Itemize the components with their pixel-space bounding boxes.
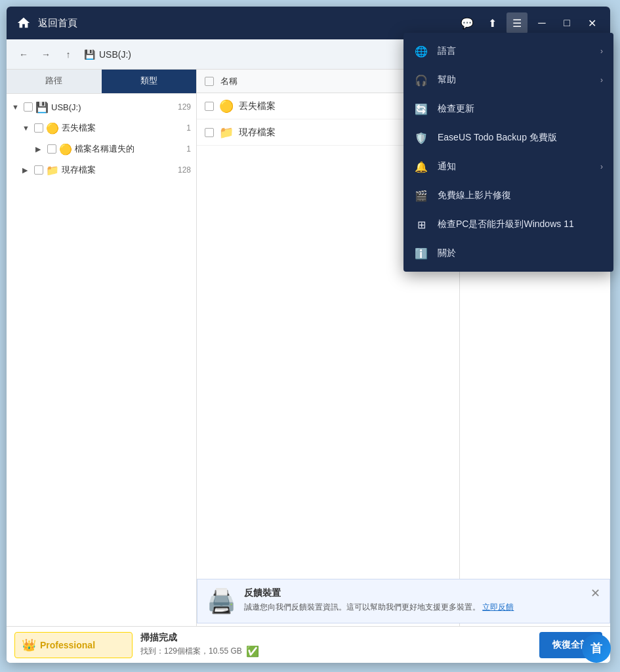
chevron-right-icon: › — [600, 47, 603, 56]
drive-icon: 💾 — [84, 49, 95, 60]
menu-item-language[interactable]: 🌐 語言 › — [403, 37, 613, 66]
maximize-icon: □ — [564, 17, 570, 29]
title-bar-controls: 💬 ⬆ ☰ ─ □ ✕ — [457, 12, 602, 33]
chevron-right-icon: › — [600, 162, 603, 171]
toggle-icon: ▼ — [22, 124, 31, 132]
repair-icon: 🎬 — [414, 188, 428, 203]
tree-count-existing: 128 — [178, 165, 191, 175]
scan-sub-text: 找到：129個檔案，10.55 GB — [140, 646, 242, 657]
file-icon-lost: 🟡 — [219, 99, 234, 114]
feedback-device-icon: 🖨️ — [207, 587, 236, 615]
chat-button[interactable]: 💬 — [457, 12, 478, 33]
home-icon — [14, 14, 33, 32]
menu-label-notify: 通知 — [438, 161, 591, 173]
checkbox-existing[interactable] — [34, 165, 43, 175]
pro-badge: 👑 Professional — [14, 632, 133, 658]
row-checkbox-existing[interactable] — [205, 128, 214, 137]
menu-icon: ☰ — [512, 17, 522, 30]
file-name-lost: 丟失檔案 — [239, 100, 276, 112]
tab-path[interactable]: 路徑 — [7, 70, 102, 93]
tree-item-noname[interactable]: ▶ 🟡 檔案名稱遺失的 1 — [7, 138, 196, 159]
scan-sub: 找到：129個檔案，10.55 GB ✅ — [140, 645, 531, 658]
menu-item-win11[interactable]: ⊞ 檢查PC是否能升級到Windows 11 — [403, 210, 613, 239]
notify-icon: 🔔 — [414, 159, 428, 174]
avatar-label: 首 — [590, 640, 602, 656]
close-button[interactable]: ✕ — [581, 12, 602, 33]
feedback-desc: 誠邀您向我們反饋裝置資訊。這可以幫助我們更好地支援更多裝置。 立即反饋 — [244, 602, 583, 613]
bottom-bar: 👑 Professional 掃描完成 找到：129個檔案，10.55 GB ✅… — [7, 626, 610, 663]
minimize-button[interactable]: ─ — [531, 12, 552, 33]
toggle-icon: ▶ — [35, 145, 45, 154]
tree-label-usb: USB(J:) — [51, 102, 175, 112]
crown-icon: 👑 — [22, 638, 36, 652]
noname-icon: 🟡 — [59, 143, 72, 156]
home-button[interactable]: 返回首頁 — [14, 14, 77, 32]
left-panel-tabs: 路徑 類型 — [7, 70, 196, 94]
header-checkbox[interactable] — [205, 77, 214, 86]
dropdown-menu: 🌐 語言 › 🎧 幫助 › 🔄 檢查更新 🛡️ EaseUS Todo Back… — [403, 33, 613, 272]
close-icon: ✕ — [588, 17, 596, 30]
up-icon: ↑ — [66, 49, 71, 60]
maximize-button[interactable]: □ — [556, 12, 577, 33]
lost-folder-icon: 🟡 — [46, 122, 59, 135]
menu-item-repair[interactable]: 🎬 免費線上影片修復 — [403, 181, 613, 210]
tree-count-noname: 1 — [186, 144, 191, 154]
file-name-existing: 現存檔案 — [239, 127, 276, 138]
feedback-close-button[interactable]: ✕ — [590, 587, 600, 599]
checkbox-lost[interactable] — [34, 123, 43, 133]
language-icon: 🌐 — [414, 44, 428, 58]
usb-icon: 💾 — [35, 101, 49, 114]
upload-button[interactable]: ⬆ — [482, 12, 503, 33]
checkbox-usb[interactable] — [24, 102, 33, 112]
menu-label-repair: 免費線上影片修復 — [438, 190, 603, 201]
check-icon: ✅ — [246, 645, 259, 658]
pro-label: Professional — [40, 640, 95, 650]
tree-label-noname: 檔案名稱遺失的 — [75, 143, 184, 155]
checkbox-noname[interactable] — [47, 144, 56, 154]
menu-item-update[interactable]: 🔄 檢查更新 — [403, 94, 613, 123]
tree-item-usb[interactable]: ▼ 💾 USB(J:) 129 — [7, 96, 196, 117]
menu-item-backup[interactable]: 🛡️ EaseUS Todo Backup 免費版 — [403, 123, 613, 152]
chevron-right-icon: › — [600, 75, 603, 85]
about-icon: ℹ️ — [414, 246, 428, 261]
avatar[interactable]: 首 — [582, 634, 611, 663]
feedback-panel: 🖨️ 反饋裝置 誠邀您向我們反饋裝置資訊。這可以幫助我們更好地支援更多裝置。 立… — [197, 579, 610, 623]
back-icon: ← — [19, 49, 28, 60]
minimize-icon: ─ — [538, 17, 545, 29]
feedback-title: 反饋裝置 — [244, 587, 583, 599]
tree-label-existing: 現存檔案 — [62, 164, 175, 176]
menu-label-update: 檢查更新 — [438, 103, 603, 115]
menu-label-backup: EaseUS Todo Backup 免費版 — [438, 132, 603, 144]
tree-item-lost[interactable]: ▼ 🟡 丟失檔案 1 — [7, 117, 196, 138]
menu-item-about[interactable]: ℹ️ 關於 — [403, 239, 613, 268]
forward-icon: → — [41, 49, 51, 60]
home-label: 返回首頁 — [38, 17, 77, 30]
feedback-link[interactable]: 立即反饋 — [482, 602, 514, 612]
scan-title: 掃描完成 — [140, 632, 531, 644]
file-icon-existing: 📁 — [219, 125, 234, 140]
nav-location: 💾 USB(J:) — [84, 49, 131, 60]
feedback-desc-text: 誠邀您向我們反饋裝置資訊。這可以幫助我們更好地支援更多裝置。 — [244, 602, 480, 612]
tab-type[interactable]: 類型 — [102, 70, 197, 93]
row-checkbox-lost[interactable] — [205, 102, 214, 111]
back-button[interactable]: ← — [14, 45, 33, 64]
upload-icon: ⬆ — [488, 17, 497, 30]
update-icon: 🔄 — [414, 102, 428, 116]
menu-item-help[interactable]: 🎧 幫助 › — [403, 66, 613, 94]
menu-button[interactable]: ☰ — [506, 12, 527, 33]
toggle-icon: ▶ — [22, 166, 31, 175]
forward-button[interactable]: → — [37, 45, 55, 64]
backup-icon: 🛡️ — [414, 131, 428, 145]
tree-area: ▼ 💾 USB(J:) 129 ▼ 🟡 丟失檔案 1 ▶ — [7, 94, 196, 626]
left-panel: 路徑 類型 ▼ 💾 USB(J:) 129 ▼ — [7, 70, 197, 626]
menu-item-notify[interactable]: 🔔 通知 › — [403, 152, 613, 181]
up-button[interactable]: ↑ — [59, 45, 77, 64]
tree-item-existing[interactable]: ▶ 📁 現存檔案 128 — [7, 159, 196, 180]
tree-label-lost: 丟失檔案 — [62, 122, 184, 134]
help-icon: 🎧 — [414, 73, 428, 87]
scan-info: 掃描完成 找到：129個檔案，10.55 GB ✅ — [140, 632, 531, 658]
tree-count-usb: 129 — [178, 102, 191, 112]
toggle-icon: ▼ — [12, 103, 21, 111]
drive-label: USB(J:) — [99, 49, 131, 60]
chat-icon: 💬 — [461, 17, 474, 30]
